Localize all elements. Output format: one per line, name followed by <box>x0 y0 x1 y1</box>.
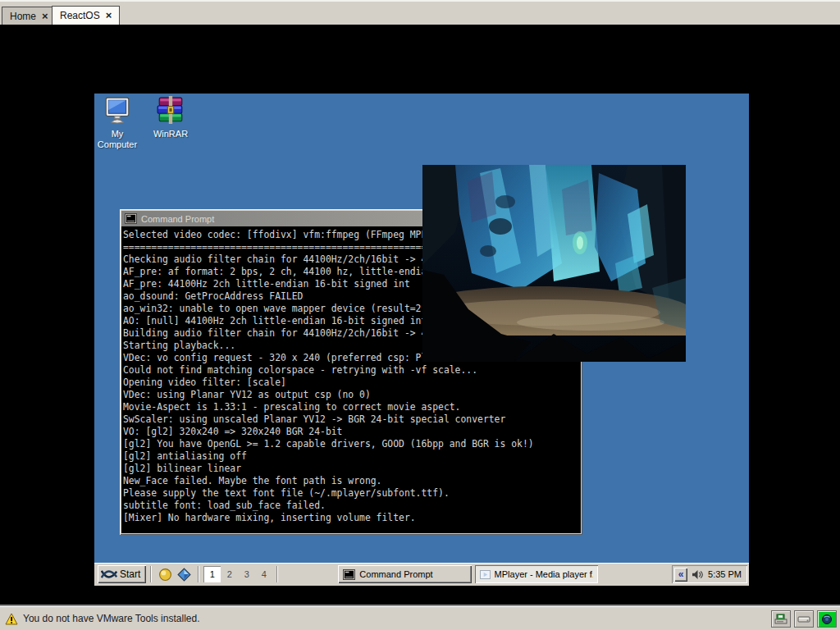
tab-reactos-label: ReactOS <box>60 10 100 21</box>
system-tray: « 5:35 PM <box>672 565 747 583</box>
terminal-line: subtitle font: load_sub_face failed. <box>123 500 579 512</box>
taskbar-clock: 5:35 PM <box>708 569 742 579</box>
terminal-line: [gl2] bilinear linear <box>123 463 579 475</box>
task-button-label: MPlayer - Media player f... <box>495 569 594 579</box>
start-button-label: Start <box>120 568 140 580</box>
warning-icon <box>5 613 18 625</box>
video-frame-cave-scene <box>422 165 686 362</box>
hard-disk-icon[interactable] <box>771 610 791 628</box>
my-computer-icon <box>103 96 131 124</box>
console-tab-bar: Home × ReactOS × <box>0 0 840 25</box>
mplayer-icon <box>480 570 490 579</box>
terminal-line: [Mixer] No hardware mixing, inserting vo… <box>123 512 579 524</box>
diamond-icon[interactable] <box>177 568 191 582</box>
console-icon <box>343 569 355 580</box>
cd-rom-icon[interactable] <box>794 610 814 628</box>
tab-home-label: Home <box>10 11 36 22</box>
close-icon[interactable]: × <box>106 11 112 20</box>
desktop-icon-label: My Computer <box>93 129 142 150</box>
taskbar: Start 1 2 3 4 Command Prompt MPlayer - M… <box>94 563 749 586</box>
taskbar-separator <box>276 566 278 582</box>
winrar-icon <box>157 96 185 124</box>
task-button-mplayer[interactable]: MPlayer - Media player f... <box>475 565 598 583</box>
terminal-line: [gl2] You have OpenGL >= 1.2 capable dri… <box>123 438 579 450</box>
desktop-pager-4[interactable]: 4 <box>255 566 272 582</box>
task-button-label: Command Prompt <box>359 569 432 579</box>
desktop-icon-label: WinRAR <box>146 129 195 139</box>
vm-console-area: My Computer WinRAR Command Prompt Select… <box>0 25 840 606</box>
tray-collapse-button[interactable]: « <box>674 568 687 582</box>
tab-home[interactable]: Home × <box>2 7 57 25</box>
desktop-pager-1[interactable]: 1 <box>203 566 221 582</box>
terminal-line: New_Face failed. Maybe the font path is … <box>123 475 579 487</box>
network-adapter-icon[interactable] <box>817 610 837 628</box>
console-icon <box>125 213 137 224</box>
task-button-command-prompt[interactable]: Command Prompt <box>338 565 472 583</box>
terminal-line: Movie-Aspect is 1.33:1 - prescaling to c… <box>123 401 579 413</box>
terminal-line: VO: [gl2] 320x240 => 320x240 BGR 24-bit <box>123 426 579 438</box>
terminal-line: Please supply the text font file (~/.mpl… <box>123 487 579 500</box>
desktop-icon-my-computer[interactable]: My Computer <box>93 96 142 150</box>
taskbar-separator <box>198 566 199 582</box>
tab-reactos[interactable]: ReactOS × <box>52 6 120 25</box>
terminal-line: Opening video filter: [scale] <box>123 377 579 389</box>
desktop-icon-winrar[interactable]: WinRAR <box>146 96 195 139</box>
reactos-desktop[interactable]: My Computer WinRAR Command Prompt Select… <box>94 94 749 586</box>
start-button[interactable]: Start <box>98 565 146 583</box>
terminal-line: VDec: using Planar YV12 as output csp (n… <box>123 389 579 401</box>
desktop-pager-2[interactable]: 2 <box>221 566 238 582</box>
reactos-logo-icon <box>101 568 117 580</box>
terminal-line: SwScaler: using unscaled Planar YV12 -> … <box>123 413 579 426</box>
mplayer-video-window[interactable] <box>422 165 686 362</box>
sphere-icon[interactable] <box>158 568 172 582</box>
taskbar-separator <box>150 566 152 582</box>
desktop-pager-3[interactable]: 3 <box>238 566 255 582</box>
window-title: Command Prompt <box>141 214 214 224</box>
terminal-line: [gl2] antialiasing off <box>123 450 579 463</box>
close-icon[interactable]: × <box>42 12 48 21</box>
speaker-icon[interactable] <box>692 569 704 580</box>
vmware-status-bar: You do not have VMware Tools installed. <box>0 606 840 630</box>
status-message: You do not have VMware Tools installed. <box>23 613 199 624</box>
terminal-line: Could not find matching colorspace - ret… <box>123 364 579 377</box>
device-indicators <box>771 610 837 628</box>
